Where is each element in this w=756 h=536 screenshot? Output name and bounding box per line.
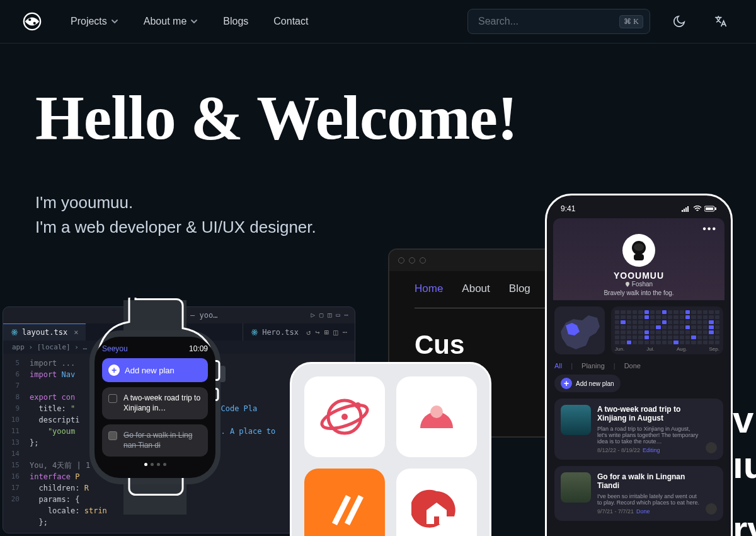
card-thumbnail: [561, 405, 591, 435]
phone-profile-name: YOOUMUU: [614, 271, 664, 281]
astronaut-icon: [626, 238, 651, 263]
plus-circle-icon: +: [108, 364, 120, 376]
nav-about-label: About me: [144, 16, 186, 27]
card-title: A two-week road trip to Xinjiang in Augu…: [597, 405, 699, 423]
watch-plan-item-done: Go for a walk in Ling nan Tian di: [102, 424, 208, 457]
logo-tile: [396, 469, 477, 536]
svg-point-7: [254, 332, 255, 333]
browser-nav-about: About: [462, 283, 490, 295]
pin-icon: [625, 282, 630, 287]
logo-tile: [396, 376, 477, 457]
phone-filter-tabs: All | Planing | Done: [554, 362, 723, 370]
checkbox-icon: [108, 431, 117, 440]
nav-projects-label: Projects: [71, 16, 107, 27]
phone-plan-card: A two-week road trip to Xinjiang in Augu…: [554, 399, 723, 460]
nav-contact-label: Contact: [273, 16, 308, 27]
svg-point-15: [430, 405, 443, 418]
svg-rect-19: [687, 206, 689, 212]
svg-rect-25: [634, 254, 644, 260]
react-icon: [11, 329, 18, 336]
nav-projects[interactable]: Projects: [71, 16, 118, 27]
cropped-text-right: vıurvi: [733, 397, 756, 536]
svg-point-3: [14, 332, 15, 333]
watch-time: 10:09: [189, 344, 208, 353]
hero-title: Hello & Welcome!: [35, 81, 721, 154]
more-icon: •••: [702, 223, 717, 235]
site-header: Projects About me Blogs Contact Search..…: [0, 0, 756, 44]
svg-rect-17: [684, 209, 685, 212]
phone-mockup: 9:41 ••• YOOUMUU Foshan Bravely walk int…: [545, 194, 733, 536]
editor-tab-active: layout.tsx×: [3, 323, 86, 341]
watch-page-dots: [102, 463, 208, 466]
theme-toggle[interactable]: [667, 9, 692, 34]
phone-time: 9:41: [561, 204, 575, 213]
svg-rect-22: [715, 207, 716, 210]
svg-rect-21: [706, 207, 713, 210]
svg-point-1: [28, 18, 31, 21]
editor-window-icons: ▷ ▢ ◫ ▭ ⋯: [311, 311, 348, 319]
editor-gutter: 567891011131415161720: [3, 358, 26, 505]
watch-app-name: Seeyou: [102, 344, 128, 353]
nav-blogs-label: Blogs: [223, 16, 248, 27]
watch-screen: Seeyou 10:09 + Add new plan A two-week r…: [94, 337, 215, 478]
showcase-stage: layout.tsx — yoo… ▷ ▢ ◫ ▭ ⋯ layout.tsx× …: [0, 246, 756, 536]
phone-tab-done: Done: [624, 362, 641, 370]
phone-map-widget: [554, 306, 605, 354]
phone-add-plan-button: + Add new plan: [554, 375, 621, 392]
language-toggle[interactable]: [708, 9, 733, 34]
svg-point-24: [634, 243, 644, 251]
watch-plan-item: A two-week road trip to Xinjiang in…: [102, 387, 208, 419]
svg-point-2: [33, 22, 36, 25]
signal-icon: [682, 206, 690, 212]
battery-icon: [704, 206, 717, 212]
phone-status-bar: 9:41: [554, 202, 723, 219]
card-desc: Plan a road trip to Xinjiang in August, …: [597, 426, 699, 445]
phone-heatmap-widget: Jun. Jul. Aug. Sep.: [611, 306, 723, 354]
chevron-down-icon: [111, 18, 118, 25]
stripes-logo-icon: [319, 484, 370, 534]
phone-tab-planning: Planing: [581, 362, 605, 370]
brand-logo-icon: [23, 12, 42, 31]
search-placeholder: Search...: [478, 16, 614, 27]
wifi-icon: [693, 206, 702, 212]
phone-location: Foshan: [625, 281, 653, 288]
moon-icon: [672, 15, 686, 28]
watch-add-plan-button: + Add new plan: [102, 358, 208, 382]
editor-tab-secondary: Hero.tsx ↺ ↪ ⊞ ◫ ⋯: [243, 323, 355, 341]
logo-grid-mockup: [290, 362, 491, 536]
nav-contact[interactable]: Contact: [273, 16, 308, 27]
phone-plan-card: Go for a walk in Lingnan Tiandi I've bee…: [554, 466, 723, 521]
house-logo-icon: [411, 484, 462, 534]
logo-tile: [304, 469, 385, 536]
china-map-icon: [554, 306, 605, 354]
sunrise-logo-icon: [411, 392, 462, 442]
checkbox-icon: [108, 394, 117, 403]
search-input[interactable]: Search... ⌘ K: [467, 9, 650, 34]
card-desc: I've been so irritable lately and went o…: [597, 493, 699, 506]
phone-profile-hero: ••• YOOUMUU Foshan Bravely walk into the…: [553, 218, 724, 300]
atom-logo-icon: [319, 392, 370, 442]
svg-point-13: [341, 414, 348, 420]
plus-circle-icon: +: [561, 378, 572, 389]
phone-status-icons: [682, 206, 717, 212]
phone-avatar: [622, 234, 655, 267]
primary-nav: Projects About me Blogs Contact: [71, 16, 308, 27]
card-thumbnail: [561, 472, 591, 503]
card-avatar-icon: [706, 503, 717, 515]
card-title: Go for a walk in Lingnan Tiandi: [597, 472, 699, 491]
svg-rect-16: [682, 210, 683, 212]
translate-icon: [714, 15, 728, 28]
card-avatar-icon: [706, 442, 717, 453]
nav-blogs[interactable]: Blogs: [223, 16, 248, 27]
phone-tagline: Bravely walk into the fog.: [604, 289, 673, 296]
react-icon: [251, 329, 258, 336]
logo-tile: [304, 376, 385, 457]
search-shortcut-badge: ⌘ K: [619, 15, 643, 28]
watch-mockup: Seeyou 10:09 + Add new plan A two-week r…: [76, 277, 214, 530]
svg-point-14: [355, 402, 361, 409]
browser-nav-blog: Blog: [509, 283, 530, 295]
nav-about[interactable]: About me: [144, 16, 198, 27]
chevron-down-icon: [190, 18, 198, 25]
phone-tab-all: All: [554, 362, 562, 370]
svg-rect-18: [685, 207, 687, 212]
